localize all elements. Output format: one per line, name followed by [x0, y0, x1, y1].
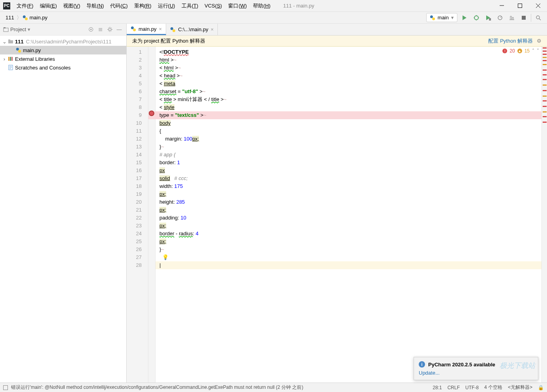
code-line[interactable]: # app {	[159, 151, 541, 159]
stripe-mark[interactable]	[543, 69, 547, 71]
coverage-button[interactable]	[483, 13, 493, 23]
file-encoding[interactable]: UTF-8	[465, 385, 479, 390]
run-button[interactable]	[460, 13, 469, 23]
maximize-button[interactable]	[511, 0, 529, 12]
code-line[interactable]: <!DOCTYPE	[159, 48, 541, 56]
code-line[interactable]: |	[155, 261, 541, 269]
code-line[interactable]: px;	[159, 238, 541, 246]
search-everywhere-button[interactable]	[534, 13, 543, 23]
attach-button[interactable]	[507, 13, 517, 23]
stripe-mark[interactable]	[543, 64, 547, 65]
code-line[interactable]: < meta	[159, 80, 541, 88]
chevron-up-icon[interactable]: ˄	[532, 48, 534, 54]
stripe-mark[interactable]	[543, 96, 547, 97]
tree-file-main[interactable]: main.py	[0, 46, 126, 54]
tree-project-root[interactable]: ⌄ 111 C:\Users\admin\PycharmProjects\111	[0, 37, 126, 46]
code-line[interactable]: < head >~	[159, 72, 541, 80]
expand-all-button[interactable]	[96, 26, 104, 34]
run-configuration-select[interactable]: main ▾	[426, 13, 457, 22]
close-tab-icon[interactable]: ×	[159, 26, 162, 32]
code-line[interactable]: width: 175	[159, 182, 541, 190]
debug-button[interactable]	[472, 13, 481, 23]
code-line[interactable]: px;	[159, 206, 541, 214]
menu-1[interactable]: 编辑(E)	[37, 3, 60, 9]
indent-info[interactable]: 4 个空格	[484, 384, 502, 391]
stripe-mark[interactable]	[543, 100, 547, 101]
stop-button[interactable]	[519, 13, 528, 23]
menu-10[interactable]: 帮助(H)	[250, 3, 274, 9]
lock-icon[interactable]: 🔒	[538, 385, 544, 390]
code-line[interactable]: < html >~	[159, 64, 541, 72]
locate-button[interactable]	[87, 26, 95, 34]
code-line[interactable]: html >~	[159, 56, 541, 64]
stripe-mark[interactable]	[543, 116, 547, 117]
project-view-selector[interactable]: Project ▾	[3, 26, 30, 32]
project-tree[interactable]: ⌄ 111 C:\Users\admin\PycharmProjects\111…	[0, 36, 126, 73]
menu-2[interactable]: 视图(V)	[60, 3, 83, 9]
breadcrumb-file[interactable]: main.py	[28, 15, 49, 21]
code-line[interactable]: 💡	[159, 253, 541, 261]
gear-icon[interactable]: ⚙	[537, 38, 541, 44]
interpreter-info[interactable]: <无解释器>	[508, 384, 532, 391]
stripe-mark[interactable]	[543, 111, 547, 113]
menu-0[interactable]: 文件(F)	[13, 3, 37, 9]
menu-4[interactable]: 代码(C)	[107, 3, 131, 9]
breakpoint-icon[interactable]	[149, 111, 154, 116]
code-line[interactable]: px	[159, 167, 541, 174]
code-line[interactable]: margin: 100px;	[159, 135, 541, 143]
code-line[interactable]: px;	[159, 190, 541, 198]
code-line[interactable]: padding: 10	[159, 214, 541, 222]
code-line[interactable]: < title > mini计算器 < / title >~	[159, 96, 541, 103]
menu-6[interactable]: 运行(U)	[155, 3, 178, 9]
update-link[interactable]: Update...	[419, 370, 533, 376]
tree-scratches[interactable]: Scratches and Consoles	[0, 63, 126, 72]
menu-9[interactable]: 窗口(W)	[225, 3, 250, 9]
tool-window-toggle-icon[interactable]	[3, 385, 8, 390]
menu-5[interactable]: 重构(R)	[131, 3, 155, 9]
menu-8[interactable]: VCS(S)	[201, 3, 225, 9]
menu-7[interactable]: 工具(T)	[178, 3, 202, 9]
editor-tab-1[interactable]: C:\...\main.py×	[166, 24, 218, 35]
line-separator[interactable]: CRLF	[448, 385, 460, 390]
menu-3[interactable]: 导航(N)	[83, 3, 107, 9]
settings-button[interactable]	[106, 26, 114, 34]
stripe-mark[interactable]	[543, 74, 547, 75]
stripe-mark[interactable]	[543, 84, 547, 86]
profile-button[interactable]	[495, 13, 505, 23]
line-number-gutter[interactable]: 1234567891011121314151617181920212223242…	[127, 47, 148, 383]
code-line[interactable]: height: 285	[159, 198, 541, 206]
stripe-mark[interactable]	[543, 122, 547, 123]
stripe-mark[interactable]	[543, 51, 547, 52]
inspection-widget[interactable]: ! 20 ▲ 15 ˄ ˅	[502, 48, 539, 54]
hide-button[interactable]: —	[115, 26, 123, 34]
code-line[interactable]: border - radius: 4	[159, 230, 541, 238]
cursor-position[interactable]: 28:1	[433, 385, 442, 390]
close-button[interactable]	[529, 0, 547, 12]
stripe-mark[interactable]	[543, 106, 547, 107]
update-notification[interactable]: i PyCharm 2020.2.5 available Update...	[414, 357, 538, 380]
minimize-button[interactable]	[493, 0, 511, 12]
editor-tab-0[interactable]: main.py×	[127, 24, 166, 35]
status-message[interactable]: 错误运行'main': @NotNull method com/intellij…	[11, 384, 303, 391]
code-line[interactable]: type = "text/css" >~	[148, 111, 541, 119]
stripe-mark[interactable]	[543, 60, 547, 61]
code-line[interactable]: charset = "utf-8" >~	[159, 88, 541, 96]
error-stripe[interactable]	[541, 47, 547, 383]
stripe-mark[interactable]	[543, 54, 547, 55]
code-editor[interactable]: <!DOCTYPEhtml >~< html >~< head >~< meta…	[155, 47, 541, 383]
code-line[interactable]: solid # ccc;	[159, 174, 541, 182]
code-line[interactable]: border: 1	[159, 159, 541, 167]
stripe-mark[interactable]	[543, 47, 547, 49]
breadcrumb-root[interactable]: 111	[4, 15, 16, 21]
breakpoint-gutter[interactable]	[148, 47, 155, 383]
code-line[interactable]: }~	[159, 143, 541, 151]
chevron-down-icon[interactable]: ˅	[537, 48, 539, 54]
code-line[interactable]: < style	[159, 103, 541, 111]
code-line[interactable]: body	[159, 119, 541, 127]
stripe-mark[interactable]	[543, 90, 547, 91]
code-line[interactable]: {	[159, 127, 541, 135]
stripe-mark[interactable]	[543, 57, 547, 58]
code-line[interactable]: px;	[159, 222, 541, 230]
close-tab-icon[interactable]: ×	[211, 26, 214, 32]
code-line[interactable]: }~	[159, 246, 541, 253]
